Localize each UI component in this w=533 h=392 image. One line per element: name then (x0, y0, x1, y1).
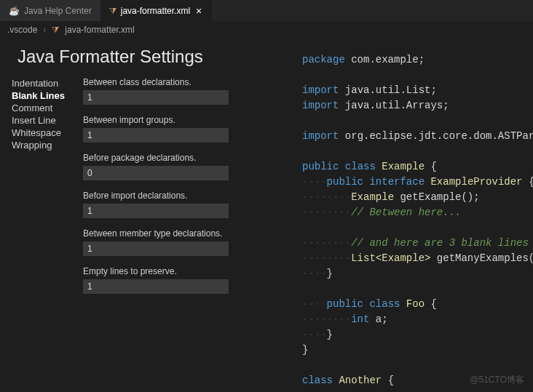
field-between-class-declarations: Between class declarations. (83, 77, 276, 105)
field-label: Between class declarations. (83, 77, 276, 87)
field-between-member-type-declarations: Between member type declarations. (83, 228, 276, 256)
editor-tabs: ☕ Java Help Center ⧩ java-formatter.xml … (0, 0, 533, 22)
sidebar-item-indentation[interactable]: Indentation (12, 77, 68, 89)
sidebar-item-comment[interactable]: Comment (12, 102, 68, 114)
field-label: Between import groups. (83, 115, 276, 125)
tab-java-formatter[interactable]: ⧩ java-formatter.xml × (100, 0, 213, 21)
watermark: @51CTO博客 (470, 374, 524, 386)
field-empty-lines-to-preserve: Empty lines to preserve. (83, 266, 276, 294)
sidebar-item-whitespace[interactable]: Whitespace (12, 127, 68, 139)
field-label: Before import declarations. (83, 191, 276, 201)
field-label: Before package declarations. (83, 153, 276, 163)
xml-file-icon: ⧩ (52, 25, 59, 35)
field-label: Empty lines to preserve. (83, 266, 276, 276)
xml-file-icon: ⧩ (109, 6, 117, 16)
tab-label: java-formatter.xml (121, 6, 190, 16)
close-icon[interactable]: × (194, 6, 203, 16)
tab-label: Java Help Center (24, 6, 92, 16)
field-input[interactable] (83, 241, 229, 256)
breadcrumb-folder[interactable]: .vscode (7, 25, 37, 35)
code-preview: package com.example; import java.util.Li… (288, 38, 533, 392)
field-input[interactable] (83, 128, 229, 143)
field-label: Between member type declarations. (83, 228, 276, 239)
field-input[interactable] (83, 204, 229, 218)
settings-fields: Between class declarations. Between impo… (83, 77, 276, 304)
breadcrumb-file[interactable]: java-formatter.xml (65, 25, 134, 35)
field-between-import-groups: Between import groups. (83, 115, 276, 143)
chevron-right-icon: › (43, 25, 46, 35)
field-input[interactable] (83, 279, 229, 294)
field-input[interactable] (83, 166, 229, 180)
tab-java-help-center[interactable]: ☕ Java Help Center (0, 0, 100, 21)
field-input[interactable] (83, 90, 229, 105)
sidebar-item-wrapping[interactable]: Wrapping (12, 139, 68, 151)
coffee-icon: ☕ (9, 6, 20, 16)
field-before-package-declarations: Before package declarations. (83, 153, 276, 180)
settings-sidebar: Indentation Blank Lines Comment Insert L… (12, 77, 68, 304)
sidebar-item-insert-line[interactable]: Insert Line (12, 114, 68, 127)
settings-pane: Java Formatter Settings Indentation Blan… (0, 38, 288, 392)
sidebar-item-blank-lines[interactable]: Blank Lines (12, 89, 68, 102)
field-before-import-declarations: Before import declarations. (83, 191, 276, 218)
page-title: Java Formatter Settings (17, 47, 270, 67)
breadcrumb: .vscode › ⧩ java-formatter.xml (0, 22, 533, 38)
content-area: Java Formatter Settings Indentation Blan… (0, 38, 533, 392)
